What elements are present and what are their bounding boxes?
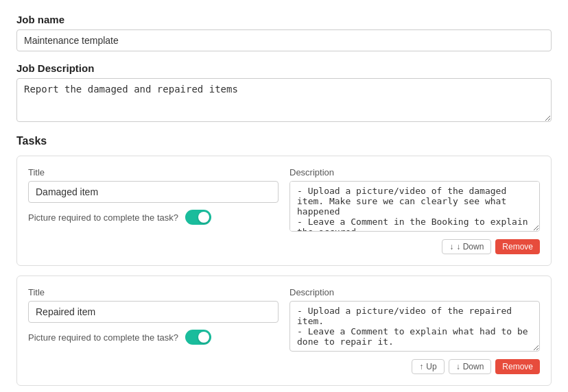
task-left-2: Title Picture required to complete the t…	[28, 287, 279, 354]
task-1-down-button[interactable]: ↓ ↓ Down	[442, 239, 491, 254]
task-2-title-input[interactable]	[28, 301, 279, 323]
task-1-actions: ↓ ↓ Down Remove	[28, 239, 540, 254]
task-2-toggle-slider	[185, 330, 211, 345]
task-1-desc-label: Description	[289, 167, 540, 177]
task-1-title-label: Title	[28, 167, 279, 177]
task-1-description-input[interactable]: - Upload a picture/video of the damaged …	[289, 181, 540, 232]
task-2-toggle[interactable]	[185, 330, 211, 345]
task-2-down-button[interactable]: ↓ Down	[449, 359, 492, 374]
task-row-1: Title Picture required to complete the t…	[28, 167, 540, 234]
task-2-actions: ↑ Up ↓ Down Remove	[28, 359, 540, 374]
task-2-picture-row: Picture required to complete the task?	[28, 330, 279, 345]
task-1-remove-button[interactable]: Remove	[495, 239, 540, 254]
tasks-section: Tasks Title Picture required to complete…	[16, 135, 552, 392]
task-2-picture-label: Picture required to complete the task?	[28, 332, 178, 343]
down-icon-2: ↓	[456, 362, 460, 371]
task-2-toggle-knob	[198, 332, 209, 343]
task-2-up-button[interactable]: ↑ Up	[412, 359, 444, 374]
task-card-2: Title Picture required to complete the t…	[16, 275, 552, 386]
task-2-title-label: Title	[28, 287, 279, 297]
job-name-input[interactable]	[16, 29, 552, 51]
task-1-picture-row: Picture required to complete the task?	[28, 210, 279, 225]
tasks-label: Tasks	[16, 135, 552, 147]
task-card-1: Title Picture required to complete the t…	[16, 156, 552, 266]
task-2-desc-label: Description	[289, 287, 540, 297]
job-description-input[interactable]	[16, 78, 552, 122]
task-1-toggle-slider	[185, 210, 211, 225]
task-2-remove-button[interactable]: Remove	[495, 359, 540, 374]
task-right-1: Description - Upload a picture/video of …	[289, 167, 540, 234]
task-1-title-input[interactable]	[28, 181, 279, 203]
up-icon-2: ↑	[419, 362, 423, 371]
job-description-label: Job Description	[16, 62, 552, 74]
task-row-2: Title Picture required to complete the t…	[28, 287, 540, 354]
task-1-toggle-knob	[198, 212, 209, 223]
job-description-section: Job Description	[16, 62, 552, 124]
task-right-2: Description - Upload a picture/video of …	[289, 287, 540, 354]
job-name-label: Job name	[16, 14, 552, 25]
task-1-toggle[interactable]	[185, 210, 211, 225]
task-2-description-input[interactable]: - Upload a picture/video of the repaired…	[289, 301, 540, 352]
job-name-section: Job name	[16, 14, 552, 51]
down-icon: ↓	[449, 242, 453, 252]
task-left-1: Title Picture required to complete the t…	[28, 167, 279, 234]
task-1-picture-label: Picture required to complete the task?	[28, 212, 178, 223]
